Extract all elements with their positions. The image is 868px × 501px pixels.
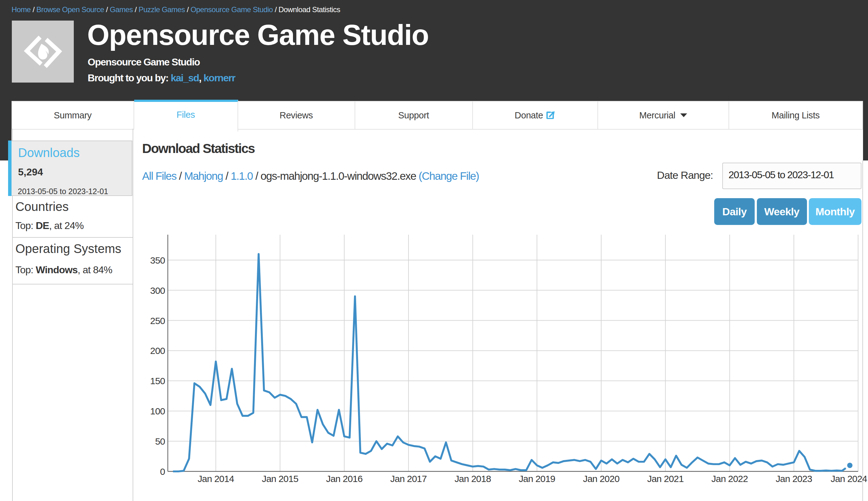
svg-text:Jan 2018: Jan 2018: [454, 473, 491, 484]
svg-text:300: 300: [150, 285, 165, 296]
svg-text:150: 150: [150, 376, 165, 386]
svg-text:Jan 2017: Jan 2017: [391, 473, 427, 484]
svg-text:Jan 2023: Jan 2023: [776, 473, 812, 484]
svg-text:Jan 2022: Jan 2022: [711, 473, 748, 484]
svg-text:0: 0: [160, 466, 165, 477]
svg-text:Jan 2016: Jan 2016: [326, 473, 362, 484]
svg-text:Jan 2019: Jan 2019: [519, 473, 555, 484]
svg-text:250: 250: [150, 316, 165, 326]
svg-text:200: 200: [150, 345, 165, 356]
svg-text:Jan 2020: Jan 2020: [583, 473, 619, 484]
svg-text:Jan 2015: Jan 2015: [262, 473, 298, 484]
svg-text:350: 350: [150, 255, 165, 265]
svg-text:100: 100: [150, 406, 165, 416]
svg-text:50: 50: [155, 436, 165, 447]
svg-text:Jan 2021: Jan 2021: [647, 473, 684, 484]
svg-text:Jan 2024: Jan 2024: [831, 473, 867, 484]
svg-text:Jan 2014: Jan 2014: [198, 473, 234, 484]
